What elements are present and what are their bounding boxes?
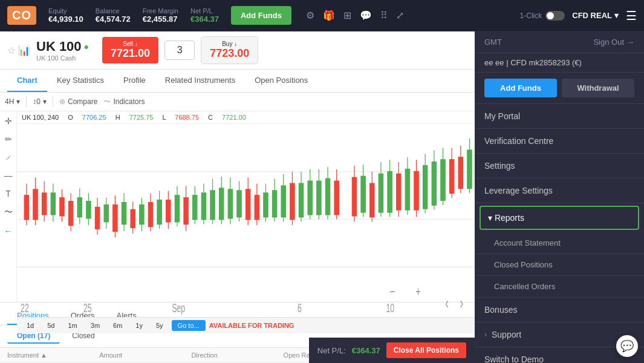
- sell-label: Sell ↓: [123, 41, 137, 47]
- line-tool[interactable]: ⟋: [4, 152, 13, 162]
- col-amount: Amount: [99, 352, 191, 359]
- star-icon[interactable]: ☆: [7, 45, 16, 56]
- chat-widget-button[interactable]: 💬: [616, 335, 638, 357]
- pencil-tool[interactable]: ✏: [5, 134, 12, 144]
- balance-stat: Balance €4,574.72: [96, 7, 131, 24]
- equity-stat: Equity €4,939.10: [48, 7, 83, 24]
- tab-key-statistics[interactable]: Key Statistics: [47, 70, 114, 92]
- live-dot: ●: [84, 42, 89, 51]
- hamburger-menu[interactable]: ☰: [626, 8, 637, 23]
- crosshair-tool[interactable]: ✛: [5, 116, 12, 126]
- instrument-icons: ☆ 📊: [7, 45, 30, 56]
- svg-text:−: −: [390, 284, 395, 299]
- close-all-positions-button[interactable]: Close All Positions: [386, 342, 466, 358]
- close-label: C: [208, 114, 215, 121]
- time-5y[interactable]: 5y: [151, 320, 168, 331]
- menu-verification[interactable]: Verification Centre: [475, 129, 644, 154]
- high-value: 7725.75: [129, 114, 154, 121]
- compare-button[interactable]: ⊕ Compare: [59, 97, 97, 106]
- net-pl-bar: Net P/L: €364.37 Close All Positions: [309, 338, 475, 363]
- time-1m[interactable]: 1m: [63, 320, 82, 331]
- time-6m[interactable]: 6m: [108, 320, 127, 331]
- tab-related-instruments[interactable]: Related Instruments: [155, 70, 245, 92]
- chart-tools: ✛ ✏ ⟋ — T 〜 ←: [0, 111, 17, 302]
- dropdown-buttons: Add Funds Withdrawal: [475, 73, 644, 104]
- chart-info-bar: UK 100, 240 O 7706.25 H 7725.75 L 7688.7…: [17, 111, 475, 124]
- dots-icon[interactable]: ⠿: [380, 10, 388, 21]
- svg-text:10: 10: [386, 301, 394, 315]
- chart-symbol: UK 100, 240: [22, 114, 59, 121]
- divider2: [53, 96, 53, 107]
- expand-icon[interactable]: ⤢: [396, 10, 404, 21]
- net-pl-stat: Net P/L €364.37: [190, 7, 219, 24]
- menu-reports[interactable]: ▾ Reports: [480, 206, 639, 230]
- quantity-input[interactable]: 3: [164, 41, 195, 60]
- time-1d[interactable]: 1d: [22, 320, 39, 331]
- menu-cancelled-orders[interactable]: Cancelled Orders: [475, 276, 644, 298]
- goto-button[interactable]: Go to...: [172, 320, 206, 331]
- col-direction: Direction: [191, 352, 283, 359]
- chart-area: ☆ 📊 UK 100 ● UK 100 Cash Sell ↓ 7721.00 …: [0, 31, 475, 363]
- gift-icon[interactable]: 🎁: [323, 10, 335, 21]
- chat-icon[interactable]: 💬: [360, 10, 372, 21]
- tab-open-positions[interactable]: Open Positions: [245, 70, 317, 92]
- menu-settings[interactable]: Settings: [475, 154, 644, 178]
- tab-profile[interactable]: Profile: [114, 70, 155, 92]
- menu-bonuses[interactable]: Bonuses: [475, 298, 644, 322]
- one-click-toggle-switch[interactable]: [545, 11, 565, 21]
- open-value: 7706.25: [82, 114, 106, 121]
- main-content: ☆ 📊 UK 100 ● UK 100 Cash Sell ↓ 7721.00 …: [0, 31, 644, 363]
- cfd-real-label[interactable]: CFD REAL ▾: [572, 11, 619, 20]
- sign-out-button[interactable]: Sign Out →: [593, 38, 634, 47]
- timeframe-selector[interactable]: 4H ▾: [5, 97, 20, 106]
- header-bar: CO Equity €4,939.10 Balance €4,574.72 Fr…: [0, 0, 644, 31]
- instrument-sub: UK 100 Cash: [36, 54, 89, 62]
- menu-leverage[interactable]: Leverage Settings: [475, 178, 644, 203]
- free-margin-value: €2,455.87: [143, 15, 178, 24]
- instrument-name-block: UK 100 ● UK 100 Cash: [36, 39, 89, 62]
- sell-button[interactable]: Sell ↓ 7721.00: [102, 37, 158, 64]
- low-value: 7688.75: [175, 114, 199, 121]
- available-text: AVAILABLE FOR TRADING: [209, 322, 294, 329]
- arrow-tool[interactable]: ←: [4, 226, 13, 236]
- gmt-label: GMT: [484, 38, 502, 47]
- net-pl-label: Net P/L: [190, 7, 219, 15]
- indicators-button[interactable]: 〜 Indicators: [103, 97, 145, 107]
- one-click-toggle[interactable]: 1-Click: [520, 11, 565, 21]
- wave-tool[interactable]: 〜: [4, 207, 13, 218]
- open-label: O: [68, 114, 75, 121]
- svg-text:Sep: Sep: [172, 301, 185, 315]
- buy-button[interactable]: Buy ↓ 7723.00: [201, 36, 258, 64]
- net-pl-bar-label: Net P/L:: [317, 346, 346, 355]
- reports-label: Reports: [495, 213, 524, 223]
- text-tool[interactable]: T: [5, 189, 11, 198]
- menu-account-statement[interactable]: Account Statement: [475, 232, 644, 254]
- horizontal-tool[interactable]: —: [4, 171, 13, 180]
- chart-tabs: Chart Key Statistics Profile Related Ins…: [0, 70, 475, 93]
- sell-price: 7721.00: [111, 47, 150, 60]
- close-value: 7721.00: [222, 114, 246, 121]
- divider: [26, 96, 27, 107]
- low-label: L: [163, 114, 168, 121]
- user-info: ee ee | CFD mk2858293 (€): [475, 53, 644, 73]
- time-3m[interactable]: 3m: [86, 320, 105, 331]
- grid-icon[interactable]: ⊞: [343, 10, 351, 21]
- tab-chart[interactable]: Chart: [7, 70, 47, 92]
- svg-text:22: 22: [21, 301, 29, 315]
- instrument-name: UK 100: [36, 39, 82, 54]
- instrument-header: ☆ 📊 UK 100 ● UK 100 Cash Sell ↓ 7721.00 …: [0, 31, 475, 70]
- candle-chart: 22 25 Sep 6 10 ‹ › − +: [17, 124, 475, 315]
- dropdown-add-funds[interactable]: Add Funds: [484, 79, 557, 97]
- menu-my-portal[interactable]: My Portal: [475, 104, 644, 129]
- dropdown-withdrawal[interactable]: Withdrawal: [562, 79, 634, 97]
- chart-icon: 📊: [18, 45, 30, 56]
- time-1y[interactable]: 1y: [131, 320, 148, 331]
- settings-icon[interactable]: ⚙: [306, 10, 314, 21]
- time-5d[interactable]: 5d: [42, 320, 59, 331]
- chart-body: 4H ▾ ↕0 ▾ ⊕ Compare 〜 Indicators ✛ ✏: [0, 93, 475, 302]
- candle-type-selector[interactable]: ↕0 ▾: [33, 97, 47, 106]
- add-funds-button[interactable]: Add Funds: [231, 6, 291, 25]
- balance-value: €4,574.72: [96, 15, 131, 24]
- menu-closed-positions[interactable]: Closed Positions: [475, 254, 644, 276]
- svg-text:+: +: [415, 284, 421, 299]
